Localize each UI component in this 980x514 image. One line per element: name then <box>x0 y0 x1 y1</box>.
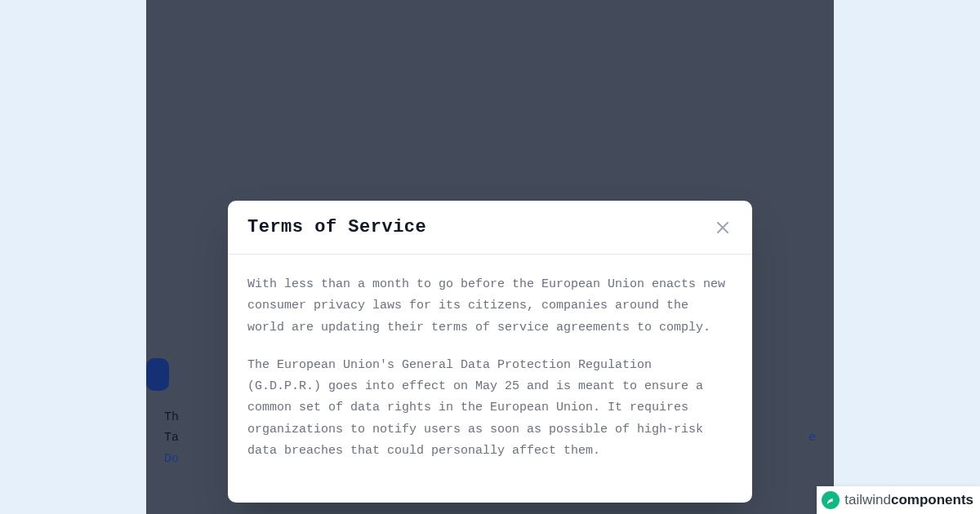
modal-body: With less than a month to go before the … <box>228 255 752 503</box>
modal-header: Terms of Service <box>228 201 752 255</box>
close-icon <box>717 222 728 233</box>
app-stage: Th Ta e Do Terms of Service With less th… <box>146 0 834 514</box>
modal-paragraph: The European Union's General Data Protec… <box>247 355 733 462</box>
terms-modal: Terms of Service With less than a month … <box>228 201 752 503</box>
watermark-brand-light: tailwind <box>844 492 891 507</box>
leaf-icon <box>822 491 840 509</box>
watermark-brand-bold: components <box>891 492 973 507</box>
modal-paragraph: With less than a month to go before the … <box>247 274 733 339</box>
modal-title: Terms of Service <box>247 217 426 237</box>
close-button[interactable] <box>713 218 733 237</box>
watermark: tailwindcomponents <box>817 486 980 514</box>
